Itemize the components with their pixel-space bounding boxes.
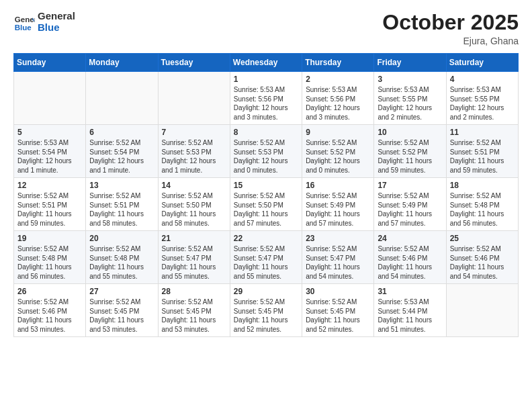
title-area: October 2025 Ejura, Ghana [382,11,519,46]
day-number: 3 [378,75,442,84]
calendar-cell: 14Sunrise: 5:52 AMSunset: 5:50 PMDayligh… [158,178,230,231]
calendar-cell: 25Sunrise: 5:52 AMSunset: 5:46 PMDayligh… [446,231,518,284]
day-number: 26 [17,287,82,296]
calendar-cell: 2Sunrise: 5:53 AMSunset: 5:56 PMDaylight… [302,72,374,125]
day-info: Sunrise: 5:52 AMSunset: 5:53 PMDaylight:… [162,138,226,175]
week-row-3: 12Sunrise: 5:52 AMSunset: 5:51 PMDayligh… [14,178,519,231]
day-info: Sunrise: 5:52 AMSunset: 5:47 PMDaylight:… [162,244,226,281]
day-number: 20 [89,234,154,243]
svg-text:General: General [15,15,35,24]
day-number: 25 [450,234,515,243]
day-number: 15 [234,181,298,190]
day-info: Sunrise: 5:52 AMSunset: 5:54 PMDaylight:… [89,138,154,175]
calendar-cell: 1Sunrise: 5:53 AMSunset: 5:56 PMDaylight… [230,72,302,125]
day-number: 19 [17,234,82,243]
day-info: Sunrise: 5:52 AMSunset: 5:46 PMDaylight:… [17,298,82,334]
calendar-cell: 15Sunrise: 5:52 AMSunset: 5:50 PMDayligh… [230,178,302,231]
day-info: Sunrise: 5:53 AMSunset: 5:55 PMDaylight:… [378,85,442,122]
page: General Blue General Blue October 2025 E… [0,0,532,411]
day-number: 22 [234,234,298,243]
svg-text:Blue: Blue [15,23,32,31]
calendar-cell: 13Sunrise: 5:52 AMSunset: 5:51 PMDayligh… [86,178,158,231]
day-number: 2 [306,75,370,84]
day-info: Sunrise: 5:52 AMSunset: 5:50 PMDaylight:… [234,191,298,228]
day-info: Sunrise: 5:52 AMSunset: 5:52 PMDaylight:… [306,138,370,175]
calendar-cell: 8Sunrise: 5:52 AMSunset: 5:53 PMDaylight… [230,125,302,178]
day-number: 5 [17,128,82,137]
day-info: Sunrise: 5:52 AMSunset: 5:48 PMDaylight:… [17,244,82,281]
calendar-cell: 9Sunrise: 5:52 AMSunset: 5:52 PMDaylight… [302,125,374,178]
calendar-body: 1Sunrise: 5:53 AMSunset: 5:56 PMDaylight… [14,72,519,337]
calendar-table: SundayMondayTuesdayWednesdayThursdayFrid… [13,53,519,337]
weekday-header-monday: Monday [86,54,158,72]
day-info: Sunrise: 5:52 AMSunset: 5:51 PMDaylight:… [17,191,82,228]
day-info: Sunrise: 5:52 AMSunset: 5:48 PMDaylight:… [450,191,515,228]
day-number: 8 [234,128,298,137]
day-number: 30 [306,287,370,296]
calendar-cell: 6Sunrise: 5:52 AMSunset: 5:54 PMDaylight… [86,125,158,178]
calendar-cell: 24Sunrise: 5:52 AMSunset: 5:46 PMDayligh… [374,231,446,284]
calendar-cell: 17Sunrise: 5:52 AMSunset: 5:49 PMDayligh… [374,178,446,231]
day-number: 7 [162,128,226,137]
location: Ejura, Ghana [382,36,519,46]
day-info: Sunrise: 5:52 AMSunset: 5:45 PMDaylight:… [306,298,370,334]
day-number: 9 [306,128,370,137]
day-number: 31 [378,287,442,296]
month-title: October 2025 [382,11,519,34]
weekday-header-thursday: Thursday [302,54,374,72]
day-info: Sunrise: 5:52 AMSunset: 5:49 PMDaylight:… [378,191,442,228]
weekday-header-row: SundayMondayTuesdayWednesdayThursdayFrid… [14,54,519,72]
calendar-cell: 11Sunrise: 5:52 AMSunset: 5:51 PMDayligh… [446,125,518,178]
day-number: 16 [306,181,370,190]
calendar-cell: 16Sunrise: 5:52 AMSunset: 5:49 PMDayligh… [302,178,374,231]
calendar-cell: 22Sunrise: 5:52 AMSunset: 5:47 PMDayligh… [230,231,302,284]
day-number: 29 [234,287,298,296]
day-info: Sunrise: 5:52 AMSunset: 5:52 PMDaylight:… [378,138,442,175]
calendar-cell [446,284,518,337]
calendar-cell: 4Sunrise: 5:53 AMSunset: 5:55 PMDaylight… [446,72,518,125]
weekday-header-tuesday: Tuesday [158,54,230,72]
day-number: 21 [162,234,226,243]
calendar-cell: 10Sunrise: 5:52 AMSunset: 5:52 PMDayligh… [374,125,446,178]
week-row-2: 5Sunrise: 5:53 AMSunset: 5:54 PMDaylight… [14,125,519,178]
day-info: Sunrise: 5:52 AMSunset: 5:47 PMDaylight:… [306,244,370,281]
week-row-4: 19Sunrise: 5:52 AMSunset: 5:48 PMDayligh… [14,231,519,284]
calendar-cell: 29Sunrise: 5:52 AMSunset: 5:45 PMDayligh… [230,284,302,337]
calendar-cell: 12Sunrise: 5:52 AMSunset: 5:51 PMDayligh… [14,178,86,231]
day-info: Sunrise: 5:52 AMSunset: 5:50 PMDaylight:… [162,191,226,228]
header: General Blue General Blue October 2025 E… [13,11,519,46]
week-row-1: 1Sunrise: 5:53 AMSunset: 5:56 PMDaylight… [14,72,519,125]
calendar-cell: 23Sunrise: 5:52 AMSunset: 5:47 PMDayligh… [302,231,374,284]
day-number: 18 [450,181,515,190]
calendar-cell: 19Sunrise: 5:52 AMSunset: 5:48 PMDayligh… [14,231,86,284]
day-info: Sunrise: 5:52 AMSunset: 5:45 PMDaylight:… [89,298,154,334]
day-info: Sunrise: 5:52 AMSunset: 5:47 PMDaylight:… [234,244,298,281]
calendar-cell: 30Sunrise: 5:52 AMSunset: 5:45 PMDayligh… [302,284,374,337]
day-info: Sunrise: 5:52 AMSunset: 5:51 PMDaylight:… [89,191,154,228]
day-info: Sunrise: 5:53 AMSunset: 5:44 PMDaylight:… [378,298,442,334]
week-row-5: 26Sunrise: 5:52 AMSunset: 5:46 PMDayligh… [14,284,519,337]
weekday-header-wednesday: Wednesday [230,54,302,72]
day-number: 6 [89,128,154,137]
day-number: 1 [234,75,298,84]
day-info: Sunrise: 5:52 AMSunset: 5:45 PMDaylight:… [162,298,226,334]
day-info: Sunrise: 5:52 AMSunset: 5:51 PMDaylight:… [450,138,515,175]
calendar-cell [14,72,86,125]
day-info: Sunrise: 5:53 AMSunset: 5:54 PMDaylight:… [17,138,82,175]
day-info: Sunrise: 5:52 AMSunset: 5:48 PMDaylight:… [89,244,154,281]
calendar-cell: 20Sunrise: 5:52 AMSunset: 5:48 PMDayligh… [86,231,158,284]
day-info: Sunrise: 5:52 AMSunset: 5:49 PMDaylight:… [306,191,370,228]
calendar-cell [86,72,158,125]
day-number: 11 [450,128,515,137]
day-number: 14 [162,181,226,190]
calendar-cell: 7Sunrise: 5:52 AMSunset: 5:53 PMDaylight… [158,125,230,178]
weekday-header-friday: Friday [374,54,446,72]
calendar-cell: 28Sunrise: 5:52 AMSunset: 5:45 PMDayligh… [158,284,230,337]
day-info: Sunrise: 5:53 AMSunset: 5:56 PMDaylight:… [306,85,370,122]
day-number: 13 [89,181,154,190]
day-number: 4 [450,75,515,84]
calendar-cell: 31Sunrise: 5:53 AMSunset: 5:44 PMDayligh… [374,284,446,337]
day-number: 28 [162,287,226,296]
calendar-cell: 21Sunrise: 5:52 AMSunset: 5:47 PMDayligh… [158,231,230,284]
calendar-cell: 26Sunrise: 5:52 AMSunset: 5:46 PMDayligh… [14,284,86,337]
